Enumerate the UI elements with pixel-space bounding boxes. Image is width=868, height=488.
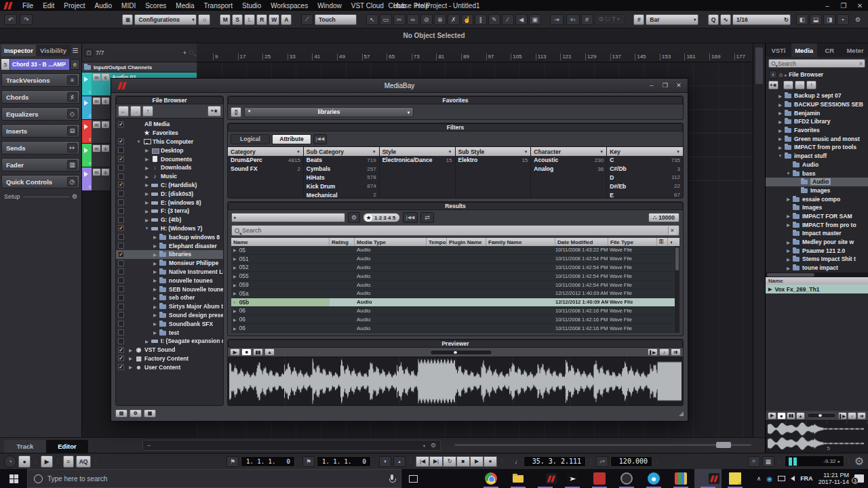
automation-mode-dropdown[interactable]: Touch [315,14,357,25]
play-arrow-icon[interactable]: ▶ [233,256,237,261]
menu-item[interactable]: Media [171,2,199,9]
tree-item[interactable]: Impact master [766,229,868,238]
checkbox[interactable]: ✓ [118,156,124,162]
checkbox[interactable]: ✓ [118,312,124,318]
checkbox[interactable]: ✓ [118,277,124,283]
tree-item[interactable]: essaie compo [766,195,868,203]
zone-dropdown[interactable]: ▾ [837,14,849,25]
filter-value[interactable]: D#/Eb22 [607,182,683,190]
expander-icon[interactable] [153,261,157,266]
solo-button[interactable]: s [102,169,109,176]
tree-item[interactable]: ✓ nouvelle tounes [116,276,223,285]
expander-icon[interactable] [144,339,149,344]
preview-mode2-button[interactable]: ♪ [659,348,669,356]
checkbox[interactable]: ✓ [118,208,124,214]
taskbar-app-button[interactable] [694,469,722,488]
tree-item[interactable]: Images [766,186,868,195]
filter-value[interactable]: Electronica/Dance15 [380,156,455,165]
expander-icon[interactable] [786,171,791,176]
taskbar-search-field[interactable]: Type here to search [27,469,401,488]
clock[interactable]: 11:21 PM 2017-11-14 [818,472,849,485]
language-indicator[interactable]: FRA [800,475,813,482]
home-icon[interactable]: ⌂ [779,71,783,78]
play-arrow-icon[interactable]: ▶ [233,291,237,296]
tree-item[interactable]: ✓ All Media [116,120,223,129]
play-arrow-icon[interactable]: ▶ [233,274,237,279]
horizontal-scrollbar[interactable] [766,272,868,277]
taskbar-app-button[interactable] [477,469,505,488]
checkbox[interactable]: ✓ [118,165,124,171]
tree-item[interactable]: IMPACT FOR SAM [766,212,868,221]
configurations-dropdown[interactable]: Configurations▾ [134,14,197,25]
metronome-button[interactable]: ◔ [4,455,16,468]
tree-item[interactable]: Images [766,203,868,212]
menu-item[interactable]: Edit [38,2,59,9]
scrollbar-thumb[interactable] [755,47,763,84]
microphone-icon[interactable] [389,474,395,483]
expander-icon[interactable] [144,157,149,161]
filter-value[interactable]: Sound FX2 [228,165,303,174]
checkbox[interactable]: ✓ [118,295,124,301]
inspector-section[interactable]: Quick Controls ◷ [1,175,80,188]
file-list-header[interactable]: Name [766,277,868,285]
forward-button[interactable]: → [795,81,805,89]
tree-item[interactable]: Psaume 121 2.0 [766,246,868,255]
tree-item[interactable]: ✓ Sound design presets [116,311,223,320]
taskbar-app-button[interactable] [450,469,477,488]
grid-type-dropdown[interactable]: Bar▾ [646,14,698,25]
media-type-select[interactable]: ▸ [231,213,345,222]
expander-icon[interactable] [153,243,157,248]
expander-icon[interactable] [153,287,157,291]
zone-right-button[interactable]: ◨ [823,14,835,25]
add-favorite-button[interactable]: +★ [208,106,221,117]
snap-toggle[interactable]: ×‹ [566,14,580,25]
expander-icon[interactable] [153,304,157,309]
mediabay-titlebar[interactable]: MediaBay – ❐ ✕ [111,79,688,93]
preview-pause-button[interactable]: ▮▮ [253,348,263,356]
mute-button[interactable]: m [93,169,100,176]
previewer-waveform[interactable] [228,357,683,405]
media-preview-waveform[interactable]: 5 [766,420,868,453]
track-folder-icon[interactable]: ▢ [85,49,93,57]
filter-value[interactable]: E67 [607,190,683,198]
taskbar-app-button[interactable] [613,469,640,488]
preview-play-button[interactable]: ▶ [768,412,776,420]
filter-value[interactable]: Beats719 [304,156,379,165]
filter-value[interactable]: HiHats578 [304,174,379,182]
punch-in-button[interactable]: ▼ [379,456,391,467]
logical-tab[interactable]: Logical [231,134,270,144]
transport-button[interactable]: ● [484,456,497,467]
expander-icon[interactable] [778,94,783,98]
expander-icon[interactable] [153,312,157,317]
tree-item[interactable]: ✓ test [116,328,223,337]
tree-item[interactable]: ✓ seb other [116,293,223,302]
filter-value[interactable]: Cymbals257 [304,165,379,174]
play-arrow-icon[interactable]: ▶ [233,317,237,322]
expander-icon[interactable] [786,248,791,253]
result-row[interactable]: ▶052 Audio 10/11/2008 1:42:54 PM Wave Fi… [231,264,679,272]
tool-button[interactable]: ✂ [393,14,406,25]
right-zone-tab[interactable]: Meter [842,43,868,57]
preview-stop-button[interactable]: ■ [777,412,786,420]
transport-button[interactable]: ▶ [470,456,484,467]
tree-item[interactable]: ✓ SEB Nouvelle tounes [116,285,223,293]
expander-icon[interactable] [778,136,783,141]
task-view-button[interactable] [401,469,425,488]
minimize-button[interactable]: – [819,0,835,11]
result-row[interactable]: ▶05 Audio 10/11/2008 1:43:22 PM Wave Fil… [231,246,679,255]
taskbar-app-button[interactable] [532,469,559,488]
automation-mode-icon[interactable]: ⟋ [301,14,313,25]
quantize-q-button[interactable]: Q [708,14,719,25]
solo-button[interactable]: s [102,145,109,152]
transport-button[interactable]: ■ [456,456,470,467]
redo-button[interactable]: ↷ [20,14,33,25]
mute-button[interactable]: m [93,121,100,128]
selected-track-name[interactable]: Chord 33 - B ...AMP [10,59,69,70]
toggle-attributes-button[interactable]: ⚙ [130,409,142,418]
menu-item[interactable]: Workspaces [266,2,313,9]
tool-button[interactable]: ☝ [461,14,473,25]
add-favorite-button[interactable]: +★ [768,81,778,89]
play-arrow-icon[interactable]: ▶ [233,283,237,287]
expander-icon[interactable] [786,257,791,262]
setup-gear-icon[interactable]: ⚙ [72,193,77,200]
